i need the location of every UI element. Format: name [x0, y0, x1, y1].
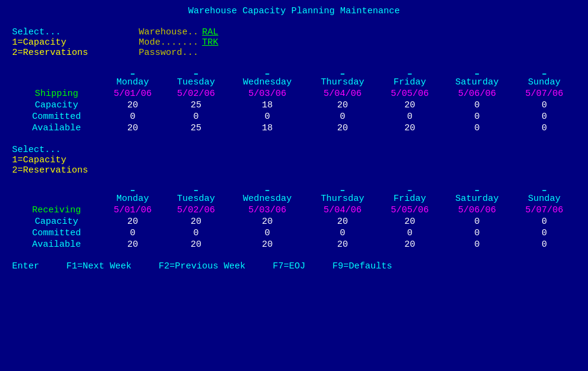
- date-fri-ship: 5/05/06: [378, 88, 441, 100]
- col-indicator-sat-r: ▁: [441, 182, 513, 193]
- recv-com-sun: 0: [513, 227, 576, 239]
- ship-cap-mon: 20: [101, 100, 165, 111]
- receiving-corner: [12, 182, 101, 193]
- mode-value[interactable]: TRK: [202, 37, 218, 48]
- committed-label-recv: Committed: [12, 227, 101, 239]
- day-sun-recv: Sunday: [513, 193, 576, 205]
- day-sat-recv: Saturday: [441, 193, 513, 205]
- recv-avail-tue: 20: [165, 239, 228, 250]
- password-row: Password...: [139, 48, 218, 58]
- recv-avail-thu: 20: [307, 239, 378, 250]
- option-capacity-2[interactable]: 1=Capacity: [12, 155, 576, 165]
- receiving-table: ▁ ▁ ▁ ▁ ▁ ▁ ▁ Monday Tuesday Wednesday T…: [12, 182, 576, 250]
- footer-f7[interactable]: F7=EOJ: [273, 261, 305, 271]
- mode-label: Mode.......: [139, 37, 198, 48]
- shipping-section-label: Shipping: [12, 88, 101, 100]
- option-reservations-2[interactable]: 2=Reservations: [12, 165, 576, 176]
- recv-com-fri: 0: [378, 227, 441, 239]
- col-indicator-thu-r: ▁: [307, 182, 378, 193]
- ship-com-fri: 0: [378, 111, 441, 122]
- ship-avail-fri: 20: [378, 122, 441, 134]
- footer-f2[interactable]: F2=Previous Week: [159, 261, 245, 271]
- col-indicator-sun: ▁: [513, 65, 576, 77]
- recv-com-sat: 0: [441, 227, 513, 239]
- day-sun-ship: Sunday: [513, 77, 576, 88]
- date-thu-recv: 5/04/06: [307, 205, 378, 216]
- day-sat-ship: Saturday: [441, 77, 513, 88]
- recv-avail-mon: 20: [101, 239, 165, 250]
- day-wed-ship: Wednesday: [227, 77, 306, 88]
- top-section: Select... 1=Capacity 2=Reservations Ware…: [12, 27, 576, 58]
- date-wed-ship: 5/03/06: [227, 88, 306, 100]
- ship-cap-fri: 20: [378, 100, 441, 111]
- shipping-capacity-row: Capacity 20 25 18 20 20 0 0: [12, 100, 576, 111]
- col-indicator-mon-r: ▁: [101, 182, 165, 193]
- footer-f1[interactable]: F1=Next Week: [66, 261, 131, 271]
- password-label: Password...: [139, 48, 198, 58]
- col-indicator-fri: ▁: [378, 65, 441, 77]
- ship-com-tue: 0: [165, 111, 228, 122]
- ship-avail-tue: 25: [165, 122, 228, 134]
- date-wed-recv: 5/03/06: [227, 205, 306, 216]
- ship-com-sat: 0: [441, 111, 513, 122]
- recv-cap-tue: 20: [165, 216, 228, 227]
- ship-avail-thu: 20: [307, 122, 378, 134]
- date-thu-ship: 5/04/06: [307, 88, 378, 100]
- warehouse-row: Warehouse.. RAL: [139, 27, 218, 37]
- date-sun-ship: 5/07/06: [513, 88, 576, 100]
- ship-cap-thu: 20: [307, 100, 378, 111]
- available-label-ship: Available: [12, 122, 101, 134]
- second-select-block: Select... 1=Capacity 2=Reservations: [12, 145, 576, 176]
- shipping-dates: Shipping 5/01/06 5/02/06 5/03/06 5/04/06…: [12, 88, 576, 100]
- shipping-header-days: ▁ ▁ ▁ ▁ ▁ ▁ ▁: [12, 65, 576, 77]
- shipping-table: ▁ ▁ ▁ ▁ ▁ ▁ ▁ Monday Tuesday Wednesday T…: [12, 65, 576, 134]
- footer-f9[interactable]: F9=Defaults: [332, 261, 392, 271]
- recv-com-thu: 0: [307, 227, 378, 239]
- col-indicator-tue: ▁: [165, 65, 228, 77]
- ship-com-sun: 0: [513, 111, 576, 122]
- capacity-label-recv: Capacity: [12, 216, 101, 227]
- recv-com-tue: 0: [165, 227, 228, 239]
- day-mon-ship: Monday: [101, 77, 165, 88]
- recv-avail-wed: 20: [227, 239, 306, 250]
- select-label-1: Select...: [12, 27, 139, 37]
- date-mon-recv: 5/01/06: [101, 205, 165, 216]
- col-indicator-wed-r: ▁: [227, 182, 306, 193]
- shipping-available-row: Available 20 25 18 20 20 0 0: [12, 122, 576, 134]
- receiving-capacity-row: Capacity 20 20 20 20 20 0 0: [12, 216, 576, 227]
- warehouse-value[interactable]: RAL: [202, 27, 218, 37]
- ship-cap-tue: 25: [165, 100, 228, 111]
- receiving-header-indicators: ▁ ▁ ▁ ▁ ▁ ▁ ▁: [12, 182, 576, 193]
- day-fri-ship: Friday: [378, 77, 441, 88]
- option-reservations-1[interactable]: 2=Reservations: [12, 48, 139, 58]
- footer: Enter F1=Next Week F2=Previous Week F7=E…: [12, 261, 576, 271]
- top-select-block: Select... 1=Capacity 2=Reservations: [12, 27, 139, 58]
- day-thu-recv: Thursday: [307, 193, 378, 205]
- day-tue-recv: Tuesday: [165, 193, 228, 205]
- receiving-day-names: Monday Tuesday Wednesday Thursday Friday…: [12, 193, 576, 205]
- shipping-section: ▁ ▁ ▁ ▁ ▁ ▁ ▁ Monday Tuesday Wednesday T…: [12, 65, 576, 134]
- ship-avail-sat: 0: [441, 122, 513, 134]
- option-capacity-1[interactable]: 1=Capacity: [12, 37, 139, 48]
- col-indicator-thu: ▁: [307, 65, 378, 77]
- receiving-section-label: Receiving: [12, 205, 101, 216]
- date-sat-ship: 5/06/06: [441, 88, 513, 100]
- col-indicator-wed: ▁: [227, 65, 306, 77]
- day-tue-ship: Tuesday: [165, 77, 228, 88]
- ship-avail-wed: 18: [227, 122, 306, 134]
- footer-enter[interactable]: Enter: [12, 261, 39, 271]
- ship-com-thu: 0: [307, 111, 378, 122]
- page-title: Warehouse Capacity Planning Maintenance: [12, 6, 576, 16]
- config-block: Warehouse.. RAL Mode....... TRK Password…: [139, 27, 218, 58]
- ship-cap-sat: 0: [441, 100, 513, 111]
- mode-row: Mode....... TRK: [139, 37, 218, 48]
- day-fri-recv: Friday: [378, 193, 441, 205]
- recv-avail-sat: 0: [441, 239, 513, 250]
- col-indicator-tue-r: ▁: [165, 182, 228, 193]
- recv-com-mon: 0: [101, 227, 165, 239]
- col-indicator-mon: ▁: [101, 65, 165, 77]
- recv-avail-sun: 0: [513, 239, 576, 250]
- recv-cap-sun: 0: [513, 216, 576, 227]
- ship-avail-mon: 20: [101, 122, 165, 134]
- receiving-label-placeholder: [12, 193, 101, 205]
